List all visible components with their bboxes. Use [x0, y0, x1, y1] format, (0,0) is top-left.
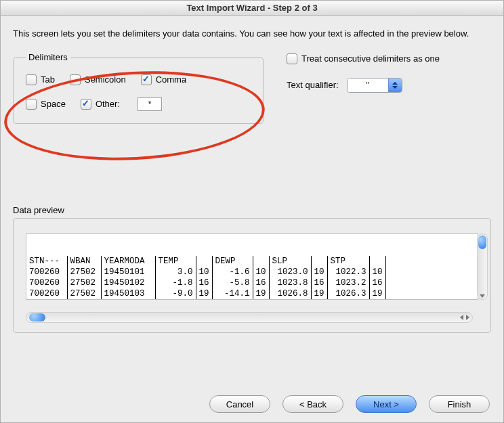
checkbox-semicolon-label: Semicolon [85, 74, 126, 85]
column-header: TEMP [155, 256, 196, 267]
column-header [196, 256, 212, 267]
vertical-scrollbar[interactable] [477, 233, 488, 300]
data-preview-label: Data preview [13, 205, 491, 215]
scroll-down-arrow-icon [480, 294, 485, 298]
checkbox-box-icon [287, 53, 297, 64]
next-button[interactable]: Next > [356, 395, 417, 413]
delimiters-legend: Delimiters [26, 52, 70, 62]
cancel-button[interactable]: Cancel [209, 395, 270, 413]
text-qualifier-label: Text qualifier: [287, 80, 339, 90]
checkbox-other[interactable]: Other: [81, 99, 120, 110]
delimiters-group: Delimiters Tab Semicolon Comma [13, 52, 264, 124]
checkbox-box-icon [70, 74, 81, 85]
wizard-window: Text Import Wizard - Step 2 of 3 This sc… [0, 0, 504, 423]
checkbox-tab-label: Tab [41, 74, 55, 85]
checkbox-comma-label: Comma [156, 74, 187, 85]
checkbox-other-label: Other: [96, 99, 120, 109]
window-title: Text Import Wizard - Step 2 of 3 [1, 1, 503, 16]
checkbox-space[interactable]: Space [26, 99, 66, 110]
column-header [253, 256, 269, 267]
checkbox-box-icon [26, 99, 37, 110]
column-header: WBAN [67, 256, 101, 267]
checkbox-consecutive-label: Treat consecutive delimiters as one [301, 53, 440, 64]
intro-text: This screen lets you set the delimiters … [13, 28, 491, 40]
checkbox-semicolon[interactable]: Semicolon [70, 74, 126, 85]
column-header: DEWP [212, 256, 253, 267]
text-qualifier-value: " [348, 79, 388, 92]
select-stepper-icon [388, 79, 402, 92]
column-header [369, 256, 385, 267]
finish-button[interactable]: Finish [429, 395, 490, 413]
column-header: STN--- [26, 256, 67, 267]
column-header: YEARMODA [101, 256, 155, 267]
back-button[interactable]: < Back [282, 395, 343, 413]
wizard-footer: Cancel < Back Next > Finish [209, 395, 490, 413]
table-row: 7002602750219450103-9.019-14.1191026.819… [26, 288, 385, 299]
horizontal-scrollbar[interactable] [26, 312, 473, 323]
other-delimiter-input[interactable] [138, 97, 162, 111]
checkbox-box-icon [26, 74, 37, 85]
checkbox-consecutive[interactable]: Treat consecutive delimiters as one [287, 53, 440, 64]
column-header [311, 256, 327, 267]
checkbox-box-icon [141, 74, 152, 85]
checkbox-space-label: Space [41, 99, 66, 109]
column-header: STP [327, 256, 369, 267]
data-preview-grid: STN---WBANYEARMODATEMPDEWPSLPSTP70026027… [26, 233, 478, 300]
column-header: SLP [269, 256, 311, 267]
scroll-thumb-icon [29, 313, 45, 321]
scroll-thumb-icon [478, 236, 486, 249]
checkbox-comma[interactable]: Comma [141, 74, 187, 85]
table-row: 7002602750219450104-13.417-18.3171028.71… [26, 299, 385, 300]
table-row: 70026027502194501013.010-1.6101023.01010… [26, 267, 385, 277]
scroll-right-arrow-icon [466, 315, 469, 320]
checkbox-tab[interactable]: Tab [26, 74, 55, 85]
table-row: 7002602750219450102-1.816-5.8161023.8161… [26, 277, 385, 288]
checkbox-box-icon [81, 99, 91, 110]
text-qualifier-select[interactable]: " [347, 78, 402, 93]
data-preview-panel: STN---WBANYEARMODATEMPDEWPSLPSTP70026027… [13, 218, 491, 333]
scroll-left-arrow-icon [460, 315, 463, 320]
